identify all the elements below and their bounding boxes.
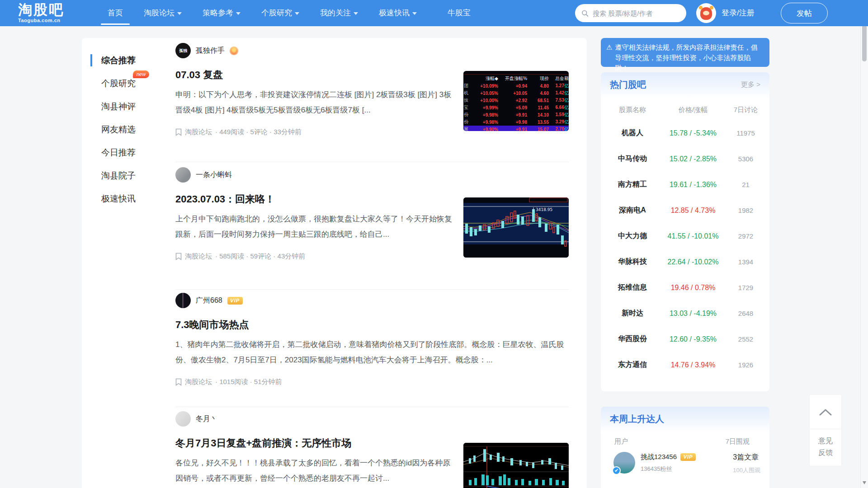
login-register-link[interactable]: 登录/注册 (722, 0, 755, 26)
chevron-down-icon (177, 12, 182, 15)
stock-row[interactable]: 深南电A 12.85 / 4.73% 1982 (601, 197, 769, 223)
rising-user-row[interactable]: 挑战123456 VIP 136435粉丝 3篇文章 100人围观 (601, 452, 769, 474)
post-thumbnail-candle-chart[interactable]: 3418.95 (463, 197, 569, 258)
user-avatar[interactable] (696, 3, 716, 23)
nav-strategy[interactable]: 策略参考 (195, 0, 248, 26)
stock-price-change: 15.78 / -5.34% (660, 129, 726, 137)
stock-row[interactable]: 华西股份 12.60 / -9.35% 2552 (601, 326, 769, 352)
avatar[interactable] (175, 293, 191, 308)
post-item: 一条小蝌蚪 2023.07.03：回来咯！ 上个月中下旬跑南跑北的，没怎么做票，… (175, 167, 569, 261)
search-box[interactable] (575, 4, 686, 22)
hot-stocks-panel: 热门股吧 更多 > 股票名称 价格/涨幅 7日讨论 机器人 15.78 / -5… (601, 72, 769, 391)
sidebar-item-taoxian-yard[interactable]: 淘县院子 (90, 164, 158, 187)
stock-row[interactable]: 中大力德 41.55 / -10.01% 2972 (601, 223, 769, 249)
sidebar-item-stock-research[interactable]: 个股研究new (90, 72, 158, 95)
avatar[interactable] (613, 452, 635, 474)
thumb-table-row: 份 +9.98% +9.98 13.55 3.29亿 (463, 118, 569, 126)
stock-discussion-count: 21 (726, 181, 765, 188)
scroll-down-arrow-icon[interactable] (863, 481, 866, 484)
verified-badge-icon (612, 466, 621, 475)
hot-stocks-more-link[interactable]: 更多 > (741, 80, 760, 89)
site-logo[interactable]: 淘股吧 Taoguba.com.cn (18, 2, 64, 23)
candlestick-chart-image (463, 443, 569, 488)
bookmark-icon (175, 128, 182, 136)
sidebar-item-flash-news[interactable]: 极速快讯 (90, 187, 158, 210)
nav-my-follow[interactable]: 我的关注 (312, 0, 366, 26)
hot-stocks-title: 热门股吧 (610, 79, 646, 91)
rising-user-fans: 136435粉丝 (641, 465, 696, 473)
sidebar-item-recommend[interactable]: 综合推荐 (90, 49, 158, 72)
hot-stocks-header-row: 股票名称 价格/涨幅 7日讨论 (601, 99, 769, 120)
stock-discussion-count: 1729 (726, 284, 765, 291)
avatar[interactable] (175, 411, 191, 427)
thumb-table-row: 宝 +9.99% +5.09 11.45 6.66亿 (463, 104, 569, 111)
rising-title: 本周上升达人 (610, 413, 664, 425)
stock-row[interactable]: 中马传动 15.02 / -2.85% 5306 (601, 146, 769, 172)
post-author[interactable]: 一条小蝌蚪 (196, 170, 232, 180)
rising-user-name[interactable]: 挑战123456 (641, 453, 677, 461)
sidebar-item-taoxian-comments[interactable]: 淘县神评 (90, 95, 158, 118)
stock-discussion-count: 1982 (726, 206, 765, 214)
post-excerpt[interactable]: 上个月中下旬跑南跑北的，没怎么做票，很抱歉复盘让大家久等了！今天开始恢复跟新，后… (175, 211, 457, 242)
scrollbar-thumb[interactable] (862, 22, 867, 61)
stock-name: 深南电A (605, 206, 660, 215)
stock-row[interactable]: 东方通信 14.76 / 3.94% 1926 (601, 352, 769, 378)
post-source[interactable]: 淘股论坛 (185, 252, 212, 261)
left-sidebar: 综合推荐 个股研究new 淘县神评 网友精选 今日推荐 淘县院子 极速快讯 (90, 49, 158, 210)
post-thumbnail-candle-chart[interactable] (463, 443, 569, 488)
post-feed: 孤独 孤独作手 07.03 复盘 申明：以下为个人思考，非投资建议涨停情况二连板… (175, 38, 569, 488)
stock-name: 华西股份 (605, 334, 660, 344)
feedback-button[interactable]: 意见 反馈 (810, 429, 841, 466)
post-excerpt[interactable]: 1、猪肉年内第二批收储将开启，第二批收储启动，意味着猪肉价格又到了阶段性底部。概… (175, 337, 569, 368)
warning-icon: ⚠ (606, 42, 612, 67)
post-excerpt[interactable]: 申明：以下为个人思考，非投资建议涨停情况二连板 [图片] 2板晋级3板 [图片]… (175, 87, 457, 118)
post-meta: · 585阅读 · 59评论 · 43分钟前 (215, 252, 305, 261)
nav-home[interactable]: 首页 (100, 0, 131, 26)
new-badge: new (133, 70, 149, 78)
stock-name: 新时达 (605, 309, 660, 318)
stock-row[interactable]: 拓维信息 19.46 / 0.78% 1729 (601, 275, 769, 300)
scrollbar[interactable] (860, 0, 868, 488)
nav-stock-research[interactable]: 个股研究 (254, 0, 307, 26)
chevron-up-icon (819, 408, 832, 416)
post-title[interactable]: 冬月7月3日复盘+盘前推演：无序性市场 (175, 436, 465, 450)
post-author[interactable]: 孤独作手 (196, 46, 225, 56)
sidebar-item-netizen-picks[interactable]: 网友精选 (90, 118, 158, 141)
post-thumbnail-stock-table[interactable]: 涨幅◆ 开盘涨幅% 现价 总金额 团 +10.09% +0.94 4.80 1.… (463, 71, 569, 131)
stock-price-change: 14.76 / 3.94% (660, 361, 726, 369)
post-excerpt[interactable]: 各位兄，好久不见！！！桃县承载了太多的回忆，看着一个个熟悉的id因为各种原因销号… (175, 455, 457, 486)
post-title[interactable]: 2023.07.03：回来咯！ (175, 192, 465, 206)
avatar[interactable]: 孤独 (175, 43, 191, 58)
stock-row[interactable]: 华脉科技 22.64 / -10.02% 1394 (601, 249, 769, 275)
post-author[interactable]: 广州668 (196, 296, 222, 305)
stock-row[interactable]: 机器人 15.78 / -5.34% 11975 (601, 120, 769, 146)
new-post-button[interactable]: 发帖 (781, 3, 828, 23)
stock-row[interactable]: 新时达 13.03 / -4.19% 2648 (601, 300, 769, 326)
nav-flash-news[interactable]: 极速快讯 (371, 0, 425, 26)
thumb-table-row: 份 +9.98% +9.91 14.10 1.59亿 (463, 111, 569, 118)
rising-col-user: 用户 (614, 437, 628, 446)
nav-forum[interactable]: 淘股论坛 (136, 0, 189, 26)
avatar[interactable] (175, 167, 191, 183)
stock-name: 中马传动 (605, 154, 660, 164)
post-title[interactable]: 7.3晚间市场热点 (175, 318, 569, 332)
stock-name: 拓维信息 (605, 283, 660, 292)
weekly-rising-panel: 本周上升达人 用户 7日围观 挑战123456 VIP 136435粉丝 3篇文… (601, 407, 769, 488)
post-title[interactable]: 07.03 复盘 (175, 68, 465, 82)
main-nav: 首页 淘股论坛 策略参考 个股研究 我的关注 极速快讯 牛股宝 (97, 0, 481, 26)
thumb-table-row: 展 +9.90% +9.91 15.07 2.70亿 (463, 126, 569, 131)
candlestick-chart-image: 3418.95 (463, 197, 569, 258)
post-meta: · 1015阅读 · 51分钟前 (215, 378, 282, 386)
stock-discussion-count: 2552 (726, 335, 765, 343)
chevron-down-icon (295, 12, 299, 15)
post-author[interactable]: 冬月丶 (196, 414, 217, 424)
stock-row[interactable]: 南方精工 19.61 / -1.36% 21 (601, 172, 769, 197)
stock-discussion-count: 5306 (726, 155, 765, 163)
post-source[interactable]: 淘股论坛 (185, 128, 212, 136)
stock-discussion-count: 11975 (726, 129, 765, 137)
back-to-top-button[interactable] (810, 395, 841, 429)
search-input[interactable] (593, 9, 683, 17)
post-source[interactable]: 淘股论坛 (185, 378, 212, 386)
nav-niugubao[interactable]: 牛股宝 (440, 0, 478, 26)
sidebar-item-today-recommend[interactable]: 今日推荐 (90, 141, 158, 164)
